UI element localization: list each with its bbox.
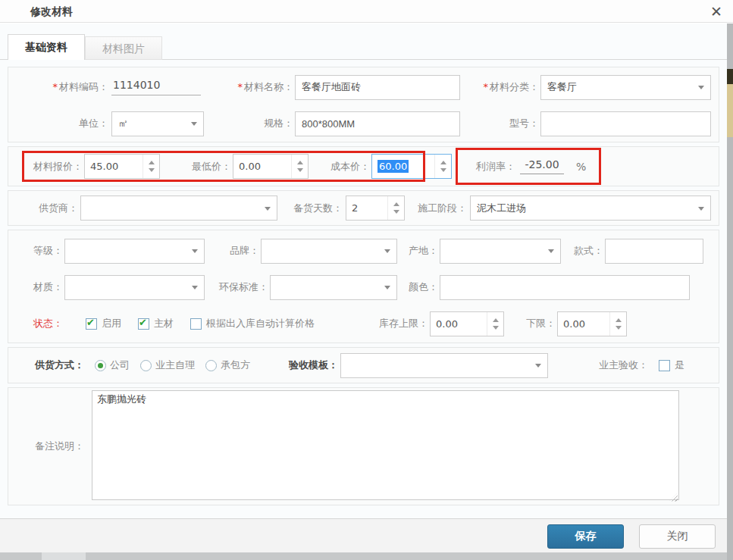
- page-edge-dark-block: [727, 69, 733, 84]
- min-price-label: 最低价：: [187, 160, 231, 174]
- spinner-arrows[interactable]: [487, 312, 503, 336]
- spinner-down-icon[interactable]: [440, 168, 446, 172]
- remark-textarea[interactable]: 东鹏抛光砖: [92, 390, 679, 500]
- checkbox-owner-accept[interactable]: 是: [659, 358, 684, 372]
- section-attributes: 等级： 品牌： 产地： 款式： 材质： 环保标准： 颜色：: [8, 230, 719, 343]
- spinner-down-icon[interactable]: [616, 326, 622, 330]
- code-label: *材料编码：: [23, 80, 108, 94]
- spinner-arrows[interactable]: [609, 312, 626, 336]
- name-input[interactable]: [295, 75, 460, 100]
- stage-label: 施工阶段：: [417, 202, 467, 215]
- spinner-arrows[interactable]: [387, 196, 404, 220]
- spinner-down-icon[interactable]: [297, 168, 303, 172]
- chevron-down-icon: [265, 207, 271, 214]
- color-label: 颜色：: [403, 280, 438, 294]
- model-label: 型号：: [463, 117, 539, 130]
- category-select[interactable]: 客餐厅: [540, 75, 711, 100]
- checkbox-unchecked-icon: [190, 318, 202, 330]
- checkbox-main-material[interactable]: 主材: [138, 317, 174, 330]
- close-button[interactable]: 关闭: [639, 524, 716, 549]
- dialog-footer: 保存 关闭: [0, 518, 727, 552]
- radio-owner-self[interactable]: 业主自理: [140, 358, 195, 372]
- page-edge-tan-block: [727, 84, 733, 137]
- radio-owner-self-label: 业主自理: [155, 358, 195, 372]
- section-prices: 材料报价： 45.00 最低价： 0.00 成本价： 60.00: [8, 146, 719, 186]
- spinner-up-icon[interactable]: [493, 318, 499, 322]
- texture-select[interactable]: [64, 275, 205, 300]
- unit-label: 单位：: [23, 117, 108, 130]
- style-input[interactable]: [605, 239, 703, 264]
- supplier-select[interactable]: [80, 196, 277, 221]
- remark-textarea-wrap: 东鹏抛光砖: [92, 390, 679, 503]
- chevron-down-icon: [548, 249, 554, 256]
- save-button[interactable]: 保存: [547, 524, 624, 549]
- page-edge-bottom-light: [42, 552, 86, 560]
- name-label: *材料名称：: [221, 80, 293, 94]
- chevron-down-icon: [192, 249, 198, 256]
- checkbox-auto-calc[interactable]: 根据出入库自动计算价格: [190, 317, 315, 330]
- unit-select-value: ㎡: [118, 117, 128, 130]
- texture-label: 材质：: [16, 280, 63, 294]
- modify-material-dialog: 修改材料 ✕ 基础资料 材料图片 *材料编码： 1114010 *材料名称： *…: [0, 0, 733, 560]
- spinner-up-icon[interactable]: [149, 161, 155, 164]
- code-value[interactable]: 1114010: [111, 79, 201, 95]
- checkbox-main-material-label: 主材: [154, 317, 174, 330]
- min-price-spinner[interactable]: 0.00: [233, 154, 309, 179]
- spec-input[interactable]: [295, 111, 460, 136]
- grade-select[interactable]: [64, 239, 205, 264]
- dialog-titlebar: 修改材料 ✕: [0, 0, 733, 23]
- section-supply-mode: 供货方式： 公司 业主自理 承包方 验收模板：: [8, 347, 719, 383]
- stock-upper-spinner[interactable]: 0.00: [430, 311, 504, 336]
- spinner-arrows[interactable]: [434, 155, 451, 178]
- stock-days-spinner[interactable]: 2: [346, 196, 405, 221]
- origin-label: 产地：: [403, 244, 438, 258]
- category-select-value: 客餐厅: [547, 80, 577, 94]
- checkbox-enable-label: 启用: [102, 317, 121, 330]
- quote-spinner[interactable]: 45.00: [84, 154, 160, 179]
- percent-sign: %: [576, 161, 586, 173]
- spinner-up-icon[interactable]: [393, 202, 399, 206]
- spinner-arrows[interactable]: [291, 155, 308, 178]
- chevron-down-icon: [384, 286, 390, 293]
- stock-upper-value: 0.00: [431, 312, 487, 336]
- checkbox-enable[interactable]: 启用: [86, 317, 121, 330]
- tab-basic-info[interactable]: 基础资料: [8, 34, 85, 60]
- spinner-up-icon[interactable]: [440, 161, 446, 164]
- spinner-down-icon[interactable]: [393, 210, 399, 214]
- stock-lower-label: 下限：: [524, 317, 556, 330]
- env-standard-select[interactable]: [270, 275, 397, 300]
- checkbox-owner-accept-label: 是: [675, 358, 684, 372]
- brand-select[interactable]: [261, 239, 397, 264]
- remark-label: 备注说明：: [8, 440, 84, 453]
- radio-company[interactable]: 公司: [95, 358, 130, 372]
- supplier-label: 供货商：: [23, 202, 78, 215]
- spinner-arrows[interactable]: [143, 155, 159, 178]
- grade-label: 等级：: [16, 244, 63, 258]
- style-label: 款式：: [569, 244, 603, 258]
- close-icon[interactable]: ✕: [710, 2, 722, 20]
- spinner-down-icon[interactable]: [149, 168, 155, 172]
- color-input[interactable]: [440, 275, 690, 300]
- dialog-title: 修改材料: [30, 5, 73, 19]
- spinner-up-icon[interactable]: [297, 161, 303, 164]
- radio-contractor[interactable]: 承包方: [205, 358, 250, 372]
- category-label: *材料分类：: [463, 80, 539, 94]
- name-label-text: 材料名称：: [244, 81, 293, 92]
- accept-template-select[interactable]: [340, 353, 548, 378]
- section-supplier: 供货商： 备货天数： 2 施工阶段： 泥木工进场: [8, 190, 719, 226]
- page-edge-right: [727, 23, 733, 560]
- accept-template-label: 验收模板：: [277, 358, 338, 372]
- status-label: 状态：: [16, 317, 63, 330]
- cost-label: 成本价：: [327, 160, 370, 174]
- radio-selected-icon: [95, 360, 106, 371]
- tab-material-images[interactable]: 材料图片: [85, 36, 162, 60]
- stock-lower-spinner[interactable]: 0.00: [557, 311, 627, 336]
- spinner-down-icon[interactable]: [493, 326, 499, 330]
- origin-select[interactable]: [440, 239, 561, 264]
- unit-select[interactable]: ㎡: [111, 111, 204, 136]
- model-input[interactable]: [540, 111, 711, 136]
- spinner-up-icon[interactable]: [616, 318, 622, 322]
- stage-select[interactable]: 泥木工进场: [470, 196, 711, 221]
- cost-spinner[interactable]: 60.00: [371, 154, 452, 179]
- required-asterisk: *: [484, 81, 489, 92]
